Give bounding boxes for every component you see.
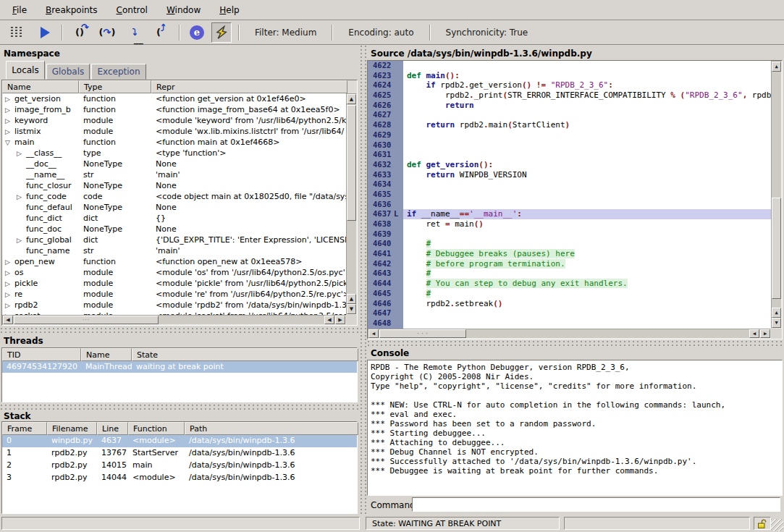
source-line[interactable]: 4645 #	[368, 289, 771, 299]
table-row[interactable]: ▷picklemodule<module 'pickle' from '/usr…	[2, 278, 346, 289]
table-row[interactable]: ▽mainfunction<function main at 0x1ef4668…	[2, 137, 346, 148]
line-gutter[interactable]: 4640	[368, 239, 403, 249]
namespace-hscrollbar[interactable]: ◀ ··· ◀ ▶	[2, 315, 346, 325]
source-line[interactable]: 4625 rpdb2._print(STR_ERROR_INTERFACE_CO…	[368, 90, 771, 101]
column-header-function[interactable]: Function	[128, 422, 185, 435]
table-row[interactable]: 2rpdb2.py14015main/data/sys/bin/winpdb-1…	[2, 460, 357, 472]
source-line[interactable]: 4638 ret = main()	[368, 219, 771, 229]
table-row[interactable]: ▷osmodule<module 'os' from '/usr/lib64/p…	[2, 267, 346, 278]
source-line[interactable]: 4633 return WINPDB_VERSION	[368, 170, 771, 180]
source-vscrollbar[interactable]: ▲ ▲ ▼	[771, 61, 782, 329]
expand-icon[interactable]: ▷	[5, 302, 14, 309]
table-row[interactable]: 3rpdb2.py14044<module>/data/sys/bin/winp…	[2, 472, 357, 484]
table-row[interactable]: ▷listmixmodule<module 'wx.lib.mixins.lis…	[2, 126, 346, 137]
source-line[interactable]: 4639	[368, 229, 771, 240]
threads-stack-splitter[interactable]	[0, 404, 360, 410]
source-line[interactable]: 4640 #	[368, 239, 771, 249]
source-line[interactable]: 4641 # Debuggee breaks (pauses) here	[368, 249, 771, 259]
column-header-frame[interactable]: Frame	[2, 422, 47, 435]
scroll-up-icon[interactable]: ▲	[772, 308, 781, 318]
line-gutter[interactable]: 4628	[368, 120, 403, 130]
next-button[interactable]: ()↷	[69, 22, 90, 43]
column-header-name[interactable]: Name	[2, 80, 79, 93]
line-gutter[interactable]: 4626	[368, 101, 403, 111]
expand-icon[interactable]: ▷	[5, 291, 14, 298]
table-row[interactable]: ▷__class__type<type 'function'>	[2, 148, 346, 159]
main-splitter[interactable]	[360, 45, 367, 515]
return-button[interactable]: ⤵__	[125, 22, 145, 43]
namespace-threads-splitter[interactable]	[0, 327, 360, 334]
expand-icon[interactable]: ▷	[5, 269, 14, 276]
source-view[interactable]: 4622 4623def main():4624 if rpdb2.get_ve…	[367, 60, 783, 339]
source-code[interactable]: 4622 4623def main():4624 if rpdb2.get_ve…	[368, 61, 771, 329]
line-gutter[interactable]: 4630	[368, 140, 403, 151]
table-row[interactable]: __doc__NoneTypeNone	[2, 159, 346, 169]
source-line[interactable]: 4626 return	[368, 101, 771, 111]
column-header-line[interactable]: Line	[97, 422, 128, 435]
goto-button[interactable]: (⤴	[152, 22, 172, 43]
tab-exception[interactable]: Exception	[91, 64, 146, 80]
source-console-splitter[interactable]	[367, 340, 784, 347]
line-gutter[interactable]: 4633	[368, 170, 403, 180]
line-gutter[interactable]: 4644	[368, 279, 403, 289]
source-line[interactable]: 4646 rpdb2.setbreak()	[368, 299, 771, 309]
expand-icon[interactable]: ▷	[5, 96, 14, 103]
line-gutter[interactable]: 4648	[368, 318, 403, 329]
table-row[interactable]: func_docNoneTypeNone	[2, 224, 346, 235]
line-gutter[interactable]: 4625	[368, 90, 403, 101]
source-line[interactable]: 4644 # You can step to debug any exit ha…	[368, 279, 771, 289]
source-line[interactable]: 4647	[368, 308, 771, 318]
line-gutter[interactable]: 4634	[368, 180, 403, 190]
synchronicity-button[interactable]	[211, 22, 232, 43]
line-gutter[interactable]: 4632	[368, 160, 403, 170]
expand-icon[interactable]: ▷	[17, 237, 26, 244]
menu-breakpoints[interactable]: Breakpoints	[36, 1, 106, 19]
line-gutter[interactable]: 4636	[368, 200, 403, 210]
scroll-down-icon[interactable]: ▼	[347, 304, 356, 314]
table-row[interactable]: func_defaulNoneTypeNone	[2, 202, 346, 213]
column-header-repr[interactable]: Repr	[151, 80, 347, 93]
line-gutter[interactable]: 4623	[368, 71, 403, 81]
source-line[interactable]: 4628 return rpdb2.main(StartClient)	[368, 120, 771, 130]
source-line[interactable]: 4642 # before program termination.	[368, 259, 771, 269]
column-header-tid[interactable]: TID	[2, 348, 81, 361]
column-header-state[interactable]: State	[132, 348, 358, 361]
source-line[interactable]: 4627	[368, 110, 771, 120]
scrollbar-thumb[interactable]	[347, 105, 356, 221]
line-gutter[interactable]: 4639	[368, 229, 403, 240]
expand-icon[interactable]: ▷	[5, 258, 14, 266]
table-row[interactable]: func_namestr'main'	[2, 245, 346, 256]
expand-icon[interactable]: ▷	[17, 193, 26, 200]
line-gutter[interactable]: 4624	[368, 80, 403, 90]
line-gutter[interactable]: 4627	[368, 110, 403, 120]
line-gutter[interactable]: 4631	[368, 150, 403, 160]
source-line[interactable]: 4622	[368, 61, 771, 71]
expand-icon[interactable]: ▷	[5, 128, 14, 135]
expand-icon[interactable]: ▷	[17, 150, 26, 157]
table-row[interactable]: __name__str'main'	[2, 169, 346, 180]
line-gutter[interactable]: 4622	[368, 61, 403, 71]
line-gutter[interactable]: 4646	[368, 299, 403, 309]
column-header-type[interactable]: Type	[79, 80, 151, 93]
step-into-button[interactable]: (↷)	[97, 22, 117, 43]
source-line[interactable]: 4632def get_version():	[368, 160, 771, 170]
source-line[interactable]: 4629	[368, 130, 771, 140]
scroll-left-icon[interactable]: ◀	[368, 329, 379, 338]
line-gutter[interactable]: 4643	[368, 269, 403, 279]
resize-grip[interactable]	[771, 519, 783, 531]
column-header-filename[interactable]: Filename	[47, 422, 97, 435]
table-row[interactable]: 46974534127920MainThreadwaiting at break…	[2, 361, 357, 373]
command-input[interactable]	[412, 497, 780, 512]
scroll-up-icon[interactable]: ▲	[347, 294, 356, 304]
collapse-icon[interactable]: ▽	[5, 139, 14, 146]
source-line[interactable]: 4635	[368, 190, 771, 200]
line-gutter[interactable]: 4637L	[368, 209, 403, 219]
tab-globals[interactable]: Globals	[46, 64, 90, 80]
table-row[interactable]: ▷image_from_bfunction<function image_fro…	[2, 104, 346, 115]
source-line[interactable]: 4637Lif __name__=='__main__':	[368, 209, 771, 219]
scroll-right-icon[interactable]: ▶	[760, 329, 770, 338]
source-line[interactable]: 4631	[368, 150, 771, 160]
scroll-right-icon[interactable]: ▶	[335, 316, 345, 324]
table-row[interactable]: ▷rpdb2module<module 'rpdb2' from '/data/…	[2, 300, 346, 311]
table-row[interactable]: ▷remodule<module 're' from '/usr/lib64/p…	[2, 289, 346, 300]
